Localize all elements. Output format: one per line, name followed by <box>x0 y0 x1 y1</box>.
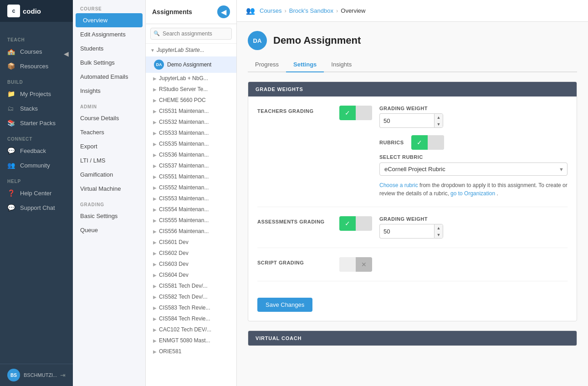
sidebar-item-help-center[interactable]: ❓ Help Center <box>0 186 73 200</box>
assignment-panel: Assignments ◀ 🔍 ▼ JupyterLab Starte... D… <box>146 0 237 386</box>
logout-icon[interactable]: ⇥ <box>60 371 66 379</box>
list-item[interactable]: ▶CAC102 Tech DEV/... <box>146 324 236 335</box>
list-item[interactable]: ▶CIS582 Tech Dev/... <box>146 291 236 302</box>
sidebar-item-starter-packs[interactable]: 📚 Starter Packs <box>0 116 73 130</box>
save-changes-button[interactable]: Save Changes <box>257 298 312 312</box>
course-item-bulk-settings[interactable]: Bulk Settings <box>73 56 145 70</box>
course-item-basic-settings[interactable]: Basic Settings <box>73 209 145 223</box>
teachers-weight-input[interactable] <box>379 113 434 128</box>
list-item[interactable]: ▶CIS583 Tech Revie... <box>146 302 236 313</box>
assessments-toggle-container[interactable]: ✓ <box>339 216 372 231</box>
assignment-group[interactable]: ▼ JupyterLab Starte... <box>146 44 236 56</box>
sidebar-item-stacks[interactable]: 🗂 Stacks <box>0 101 73 116</box>
breadcrumb-courses[interactable]: Courses <box>260 7 281 14</box>
sidebar-item-resources[interactable]: 📦 Resources <box>0 59 73 73</box>
virtual-coach-title: VIRTUAL COACH <box>256 335 302 341</box>
sidebar-item-courses[interactable]: 🏫 Courses <box>0 44 73 59</box>
rubric-select[interactable]: eCornell Project Rubric Default Rubric <box>379 163 568 176</box>
course-item-gamification[interactable]: Gamification <box>73 168 145 182</box>
go-to-org-link[interactable]: go to Organization <box>450 190 495 197</box>
breadcrumb-current: Overview <box>341 7 365 14</box>
sidebar-item-my-projects[interactable]: 📁 My Projects <box>0 86 73 101</box>
grade-weights-header: GRADE WEIGHTS <box>248 82 577 96</box>
stacks-icon: 🗂 <box>7 105 16 112</box>
assessments-grading-toggle: ✓ <box>339 216 372 231</box>
list-item[interactable]: ▶RStudio Server Te... <box>146 84 236 95</box>
list-item[interactable]: ▶ENMGT 5080 Mast... <box>146 335 236 346</box>
search-wrap: 🔍 <box>150 28 232 40</box>
course-item-export[interactable]: Export <box>73 139 145 153</box>
course-item-queue[interactable]: Queue <box>73 223 145 237</box>
arrow-icon: ▶ <box>153 284 157 289</box>
assessments-weight-input[interactable] <box>379 224 434 239</box>
arrow-icon: ▶ <box>153 295 157 300</box>
list-item-name: CIS554 Maintenan... <box>159 206 209 213</box>
list-item-name: CAC102 Tech DEV/... <box>159 326 211 333</box>
tab-insights[interactable]: Insights <box>324 57 359 72</box>
course-item-edit-assignments[interactable]: Edit Assignments <box>73 27 145 41</box>
list-item[interactable]: ▶CIS604 Dev <box>146 269 236 280</box>
list-item[interactable]: ▶JupyterLab + NbG... <box>146 73 236 84</box>
list-item[interactable]: ▶CIS554 Maintenan... <box>146 204 236 215</box>
list-item[interactable]: ▶CIS603 Dev <box>146 259 236 269</box>
arrow-icon: ▶ <box>153 327 157 332</box>
list-item[interactable]: ▶CIS556 Maintenan... <box>146 226 236 237</box>
assignment-back-button[interactable]: ◀ <box>217 5 230 18</box>
list-item[interactable]: ▶CIS581 Tech Dev/... <box>146 280 236 291</box>
support-chat-icon: 💬 <box>7 204 16 211</box>
list-item[interactable]: ▶CIS533 Maintenan... <box>146 127 236 138</box>
list-item-name: CIS537 Maintenan... <box>159 163 209 169</box>
sidebar-item-community[interactable]: 👥 Community <box>0 158 73 173</box>
list-item-name: CIS583 Tech Revie... <box>159 305 210 311</box>
list-item[interactable]: ▶CIS552 Maintenan... <box>146 182 236 193</box>
script-toggle-container[interactable]: ✕ <box>339 257 372 272</box>
sidebar-item-feedback[interactable]: 💬 Feedback <box>0 143 73 158</box>
teachers-weight-up[interactable]: ▲ <box>435 114 443 121</box>
list-item[interactable]: ▶CIS602 Dev <box>146 248 236 259</box>
list-item[interactable]: ▶CIS532 Maintenan... <box>146 117 236 127</box>
list-item[interactable]: ▶CIS601 Dev <box>146 237 236 248</box>
sidebar-item-help-center-label: Help Center <box>20 190 51 197</box>
sidebar-toggle-icon[interactable]: ◀ <box>64 50 69 57</box>
course-item-automated-emails[interactable]: Automated Emails <box>73 70 145 84</box>
list-item[interactable]: ▶CIS584 Tech Revie... <box>146 313 236 324</box>
tab-progress[interactable]: Progress <box>248 57 286 72</box>
course-item-insights[interactable]: Insights <box>73 84 145 98</box>
course-item-students[interactable]: Students <box>73 41 145 56</box>
tab-settings[interactable]: Settings <box>286 57 324 72</box>
course-item-virtual-machine[interactable]: Virtual Machine <box>73 182 145 196</box>
help-center-icon: ❓ <box>7 189 16 197</box>
course-item-overview[interactable]: Overview <box>76 13 143 27</box>
arrow-icon: ▶ <box>153 207 157 212</box>
teachers-weight-down[interactable]: ▼ <box>435 121 443 127</box>
list-item[interactable]: ▶CIS535 Maintenan... <box>146 138 236 149</box>
course-item-lti-lms-label: LTI / LMS <box>80 157 105 164</box>
list-item[interactable]: ▶CIS531 Maintenan... <box>146 106 236 117</box>
list-item[interactable]: ▶CIS551 Maintenan... <box>146 171 236 182</box>
assessments-weight-up[interactable]: ▲ <box>435 224 443 231</box>
arrow-icon: ▶ <box>153 174 157 179</box>
rubrics-toggle-container[interactable]: ✓ <box>411 135 444 150</box>
assessments-weight-spinner: ▲ ▼ <box>434 224 443 239</box>
list-item[interactable]: ▶CIS536 Maintenan... <box>146 149 236 160</box>
course-item-teachers[interactable]: Teachers <box>73 125 145 139</box>
course-item-course-details[interactable]: Course Details <box>73 111 145 125</box>
choose-rubric-link[interactable]: Choose a rubric <box>379 182 418 188</box>
list-item[interactable]: ▶CIS555 Maintenan... <box>146 215 236 226</box>
breadcrumb-sandbox[interactable]: Brock's Sandbox <box>289 7 333 14</box>
topbar: 👥 Courses › Brock's Sandbox › Overview <box>237 0 588 22</box>
list-item[interactable]: ▶CHEME 5660 POC <box>146 95 236 106</box>
assessments-weight-down[interactable]: ▼ <box>435 231 443 238</box>
breadcrumb-icon: 👥 <box>246 6 255 15</box>
list-item[interactable]: ▶ORIE581 <box>146 346 236 357</box>
list-item[interactable]: ▶CIS553 Maintenan... <box>146 193 236 204</box>
list-item[interactable]: ▶CIS537 Maintenan... <box>146 160 236 171</box>
search-input[interactable] <box>150 28 232 40</box>
course-sidebar: COURSE Overview Edit Assignments Student… <box>73 0 146 386</box>
course-item-lti-lms[interactable]: LTI / LMS <box>73 153 145 168</box>
assignment-entry-demo[interactable]: DA Demo Assignment <box>146 56 236 73</box>
teachers-toggle-container[interactable]: ✓ <box>339 106 372 120</box>
list-item-name: CIS551 Maintenan... <box>159 173 209 180</box>
sidebar-item-support-chat[interactable]: 💬 Support Chat <box>0 200 73 215</box>
teachers-grading-controls: ✓ GRADING WEIGHT ▲ ▼ <box>339 106 568 198</box>
